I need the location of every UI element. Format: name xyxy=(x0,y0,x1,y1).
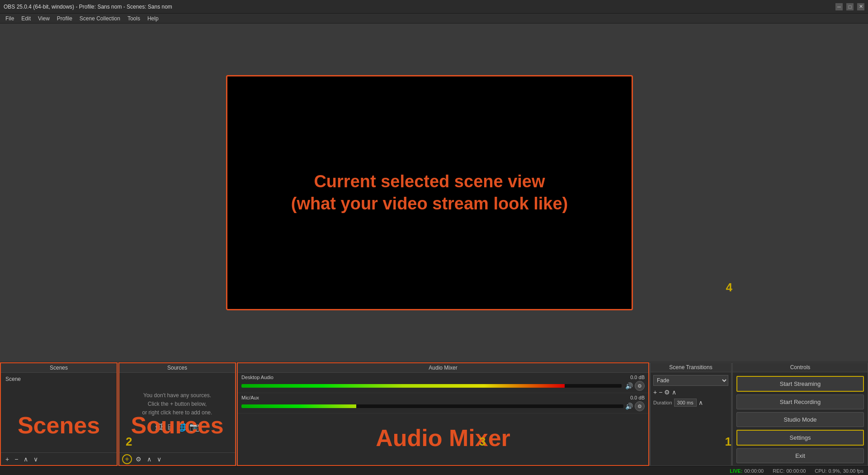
duration-up-button[interactable]: ∧ xyxy=(698,399,703,406)
right-sidebar xyxy=(728,28,863,357)
sources-big-label: Sources xyxy=(131,412,223,439)
menu-edit[interactable]: Edit xyxy=(18,14,34,23)
mic-aux-meter xyxy=(241,404,623,408)
titlebar-controls: ─ □ ✕ xyxy=(835,3,864,10)
desktop-audio-meter xyxy=(241,384,622,388)
sources-panel-header: Sources xyxy=(119,363,235,373)
rec-label: REC: xyxy=(773,468,784,474)
live-status: LIVE: 00:00:00 xyxy=(730,468,764,474)
studio-mode-button[interactable]: Studio Mode xyxy=(736,412,864,427)
preview-wrapper: Current selected scene view (what your v… xyxy=(131,28,728,357)
transition-remove-button[interactable]: − xyxy=(659,389,662,396)
badge-4: 4 xyxy=(726,280,732,294)
cpu-status: CPU: 0.9%, 30.00 fps xyxy=(815,468,863,474)
controls-panel: Controls Start Streaming Start Recording… xyxy=(732,362,868,466)
preview-line1: Current selected scene view xyxy=(314,172,545,191)
window-title: OBS 25.0.4 (64-bit, windows) - Profile: … xyxy=(4,4,172,10)
scenes-panel-header: Scenes xyxy=(1,363,117,373)
controls-content: Start Streaming Start Recording Studio M… xyxy=(733,372,868,467)
audio-big-label: Audio Mixer xyxy=(376,424,510,451)
mic-aux-meter-row: 🔊 ⚙ xyxy=(241,401,645,411)
desktop-audio-name: Desktop Audio xyxy=(241,375,274,380)
scenes-down-button[interactable]: ∨ xyxy=(32,455,40,464)
transition-settings-button[interactable]: ⚙ xyxy=(664,389,670,396)
minimize-button[interactable]: ─ xyxy=(835,3,843,10)
menu-file[interactable]: File xyxy=(2,14,18,23)
audio-panel: Audio Mixer Desktop Audio 0.0 dB xyxy=(237,362,649,466)
badge-3: 3 xyxy=(479,435,486,449)
live-label: LIVE: xyxy=(730,468,742,474)
sources-add-button[interactable]: + xyxy=(122,454,132,464)
close-button[interactable]: ✕ xyxy=(857,3,864,10)
menu-tools[interactable]: Tools xyxy=(124,14,144,23)
live-time: 00:00:00 xyxy=(744,468,764,474)
menu-scene-collection[interactable]: Scene Collection xyxy=(76,14,124,23)
sources-empty-line2: Click the + button below, xyxy=(148,400,207,408)
mic-aux-controls: 🔊 ⚙ xyxy=(625,401,645,411)
maximize-button[interactable]: □ xyxy=(846,3,854,10)
transitions-duration: Duration 300 ms ∧ xyxy=(653,399,728,407)
sources-down-button[interactable]: ∨ xyxy=(155,455,163,464)
scene-item[interactable]: Scene xyxy=(3,375,115,384)
transition-type-select[interactable]: Fade Cut xyxy=(653,375,728,386)
transition-add-button[interactable]: + xyxy=(653,389,657,396)
mic-aux-settings-button[interactable]: ⚙ xyxy=(635,401,645,411)
transition-up-button[interactable]: ∧ xyxy=(672,389,676,396)
main-content: Current selected scene view (what your v… xyxy=(0,24,868,475)
badge-1: 1 xyxy=(725,435,731,449)
sources-up-button[interactable]: ∧ xyxy=(145,455,153,464)
statusbar: LIVE: 00:00:00 REC: 00:00:00 CPU: 0.9%, … xyxy=(0,466,868,475)
mic-aux-mute-button[interactable]: 🔊 xyxy=(625,403,633,410)
settings-button[interactable]: Settings xyxy=(736,430,864,446)
scenes-add-button[interactable]: + xyxy=(4,455,11,464)
transitions-panel: Scene Transitions Fade Cut + − ⚙ ∧ Durat… xyxy=(650,362,731,466)
scenes-toolbar: + − ∧ ∨ xyxy=(1,452,117,465)
mic-aux-name: Mic/Aux xyxy=(241,395,259,400)
start-recording-button[interactable]: Start Recording xyxy=(736,394,864,409)
menu-help[interactable]: Help xyxy=(144,14,162,23)
sources-settings-button[interactable]: ⚙ xyxy=(134,455,143,464)
sources-empty-line1: You don't have any sources. xyxy=(143,391,211,400)
controls-header: Controls xyxy=(733,363,868,372)
rec-time: 00:00:00 xyxy=(786,468,806,474)
mic-aux-header: Mic/Aux 0.0 dB xyxy=(241,395,645,400)
desktop-audio-header: Desktop Audio 0.0 dB xyxy=(241,375,645,380)
scenes-big-label: Scenes xyxy=(18,412,100,439)
audio-panel-header: Audio Mixer xyxy=(238,363,648,373)
exit-button[interactable]: Exit xyxy=(736,448,864,463)
transitions-controls: + − ⚙ ∧ xyxy=(653,389,728,396)
cpu-value: 0.9%, xyxy=(829,468,841,474)
duration-value: 300 ms xyxy=(674,399,697,407)
menubar: File Edit View Profile Scene Collection … xyxy=(0,14,868,24)
audio-panel-content: Desktop Audio 0.0 dB 🔊 xyxy=(238,373,648,465)
desktop-audio-channel: Desktop Audio 0.0 dB 🔊 xyxy=(238,373,648,393)
left-sidebar xyxy=(5,28,131,357)
scenes-remove-button[interactable]: − xyxy=(13,455,20,464)
preview-text: Current selected scene view (what your v… xyxy=(291,171,568,215)
duration-label: Duration xyxy=(653,400,672,405)
transitions-content: Fade Cut + − ⚙ ∧ Duration 300 ms ∧ xyxy=(651,372,731,409)
preview-canvas: Current selected scene view (what your v… xyxy=(226,75,633,310)
scenes-up-button[interactable]: ∧ xyxy=(22,455,30,464)
sources-panel: Sources You don't have any sources. Clic… xyxy=(118,362,236,466)
desktop-audio-mute-button[interactable]: 🔊 xyxy=(625,382,633,390)
titlebar: OBS 25.0.4 (64-bit, windows) - Profile: … xyxy=(0,0,868,14)
scenes-panel: Scenes Scene Scenes + − ∧ ∨ xyxy=(0,362,118,466)
preview-line2: (what your video stream look like) xyxy=(291,194,568,213)
menu-profile[interactable]: Profile xyxy=(53,14,76,23)
sources-toolbar: + ⚙ ∧ ∨ xyxy=(119,452,235,465)
bottom-panels: Scenes Scene Scenes + − ∧ ∨ Sources You … xyxy=(0,362,868,466)
start-streaming-button[interactable]: Start Streaming xyxy=(736,376,864,392)
rec-status: REC: 00:00:00 xyxy=(773,468,806,474)
desktop-audio-settings-button[interactable]: ⚙ xyxy=(635,381,645,391)
scenes-panel-content: Scene Scenes xyxy=(1,373,117,452)
mic-aux-channel: Mic/Aux 0.0 dB 🔊 ⚙ xyxy=(238,393,648,413)
transitions-header: Scene Transitions xyxy=(651,363,731,372)
desktop-audio-meter-row: 🔊 ⚙ xyxy=(241,381,645,391)
sources-panel-content: You don't have any sources. Click the + … xyxy=(119,373,235,452)
mic-aux-db: 0.0 dB xyxy=(630,395,645,400)
desktop-audio-controls: 🔊 ⚙ xyxy=(625,381,645,391)
menu-view[interactable]: View xyxy=(34,14,53,23)
desktop-audio-level-green xyxy=(241,384,565,388)
cpu-label: CPU: xyxy=(815,468,826,474)
